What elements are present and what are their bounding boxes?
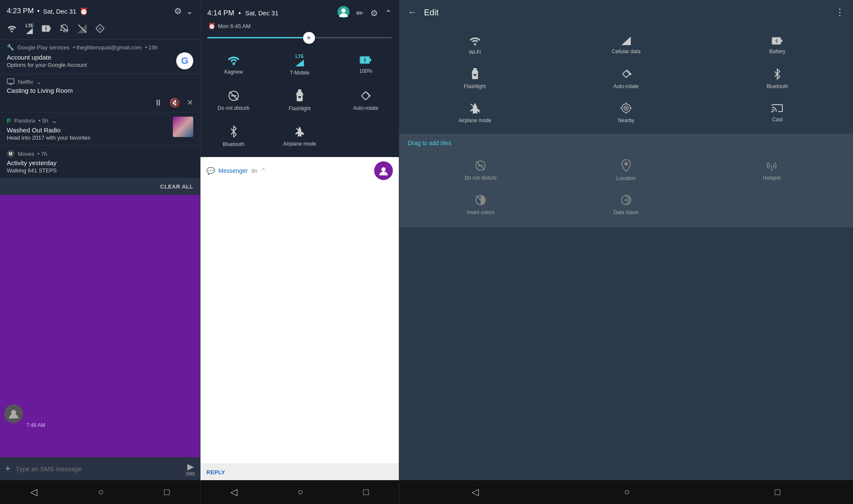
drag-label: Drag to add tiles: [408, 140, 844, 146]
panel1-nav-bar: ◁ ○ □: [0, 480, 200, 504]
p3-tile-airplane[interactable]: Airplane mode: [399, 94, 550, 129]
svg-rect-20: [369, 59, 371, 61]
drag-tile-datasaver[interactable]: Data Saver: [553, 186, 699, 220]
sms-send-button[interactable]: ▶ SMS: [186, 461, 195, 476]
recents-button[interactable]: □: [164, 487, 170, 498]
google-notif-title: Account update: [7, 54, 87, 61]
sms-input-field[interactable]: [16, 465, 180, 472]
panel3-edit-tiles: ← Edit ⋮ Wi-Fi Cellular data: [399, 0, 853, 504]
netflix-dropdown-icon[interactable]: ⌄: [37, 79, 41, 85]
chevron-down-icon[interactable]: ⌄: [186, 6, 193, 16]
panel2-quick-settings: 4:14 PM • Sat, Dec 31 ✏ ⚙ ⌃ ⏰ Mon 6:45: [200, 0, 399, 504]
p3-tile-cast[interactable]: Cast: [702, 94, 853, 129]
drag-tile-dnd[interactable]: Do not disturb: [408, 152, 553, 186]
pandora-icon: P: [7, 117, 11, 124]
p3-tile-battery[interactable]: Battery: [702, 28, 853, 60]
pandora-expand-icon[interactable]: ⌄: [52, 117, 57, 125]
sms-label: SMS: [186, 472, 195, 476]
qs-tile-cellular[interactable]: LTE T-Mobile: [266, 46, 332, 82]
panel3-title: Edit: [424, 8, 438, 17]
home-button[interactable]: ○: [98, 487, 103, 498]
collapse-icon[interactable]: ⌃: [385, 8, 392, 18]
messenger-notif-time: 8h: [251, 168, 257, 174]
messenger-expand-icon[interactable]: ⌃: [261, 167, 266, 174]
p3-tile-flashlight[interactable]: Flashlight: [399, 60, 550, 94]
user-avatar-icon[interactable]: [338, 6, 349, 20]
pandora-album-art: [173, 117, 193, 137]
edit-icon[interactable]: ✏: [356, 8, 364, 18]
wifi-icon: [7, 24, 17, 33]
home-button[interactable]: ○: [624, 487, 630, 498]
panel1-date: Sat, Dec 31: [43, 8, 76, 15]
recents-button[interactable]: □: [363, 487, 369, 498]
battery-qs-icon: [360, 55, 372, 65]
reply-button[interactable]: REPLY: [206, 469, 225, 475]
svg-point-54: [771, 111, 773, 112]
svg-marker-18: [295, 60, 304, 66]
pause-button[interactable]: ⏸: [154, 98, 163, 108]
qs-autorotate-label: Auto-rotate: [353, 105, 378, 111]
svg-marker-45: [630, 72, 632, 76]
p3-tile-nearby[interactable]: Nearby: [550, 94, 701, 129]
autorotate-qs-icon: [360, 90, 372, 102]
qs-battery-label: 100%: [359, 68, 372, 74]
back-button[interactable]: ◁: [472, 487, 479, 498]
pandora-notif-header: P Pandora • 5h ⌄: [7, 117, 173, 125]
close-notification-button[interactable]: ✕: [187, 98, 193, 107]
svg-rect-3: [49, 27, 51, 30]
lte-icon: LTE: [26, 23, 33, 34]
qs-dnd-label: Do not disturb: [218, 105, 249, 111]
svg-marker-41: [472, 70, 478, 73]
home-button[interactable]: ○: [298, 487, 303, 498]
datasaver-drag-icon: [620, 194, 632, 206]
dnd-qs-icon: [228, 90, 240, 102]
back-button[interactable]: ◁: [230, 487, 238, 498]
drag-tiles-grid: Do not disturb Location: [408, 148, 844, 224]
recents-button[interactable]: □: [775, 487, 780, 498]
panel1-header: 4:23 PM • Sat, Dec 31 ⏰ ⚙ ⌄: [0, 0, 200, 20]
location-drag-icon: [621, 159, 631, 172]
back-button[interactable]: ←: [408, 7, 417, 18]
more-options-button[interactable]: ⋮: [835, 7, 844, 18]
back-button[interactable]: ◁: [30, 487, 37, 498]
messenger-app-icon: 💬: [206, 167, 215, 175]
drag-tile-hotspot[interactable]: Hotspot: [699, 152, 844, 186]
drag-tile-location[interactable]: Location: [553, 152, 699, 186]
qs-tile-flashlight[interactable]: Flashlight: [266, 82, 332, 117]
qs-tile-autorotate[interactable]: Auto-rotate: [333, 82, 399, 117]
active-tiles-grid: Wi-Fi Cellular data Battery: [399, 25, 853, 134]
google-notif-header: 🔧 Google Play services • theglittersquid…: [7, 44, 193, 51]
clear-all-button[interactable]: CLEAR ALL: [160, 183, 193, 190]
brightness-thumb: ☀: [303, 32, 315, 44]
qs-tile-airplane[interactable]: Airplane mode: [266, 117, 332, 153]
svg-line-57: [476, 161, 485, 170]
messenger-app-name: Messenger: [218, 167, 248, 174]
svg-marker-35: [621, 37, 631, 45]
moves-icon: M: [7, 150, 14, 158]
qs-tile-battery[interactable]: 100%: [333, 46, 399, 82]
sun-icon: ☀: [306, 34, 312, 41]
svg-rect-40: [473, 68, 477, 70]
google-notif-body: Options for your Google Account: [7, 62, 87, 68]
qs-tile-bluetooth[interactable]: Bluetooth: [200, 117, 266, 153]
qs-tile-wifi[interactable]: Kagnew: [200, 46, 266, 82]
p3-tile-autorotate[interactable]: Auto-rotate: [550, 60, 701, 94]
p3-tile-bluetooth[interactable]: Bluetooth: [702, 60, 853, 94]
p3-tile-wifi[interactable]: Wi-Fi: [399, 28, 550, 60]
p3-tile-cellular[interactable]: Cellular data: [550, 28, 701, 60]
qs-tile-dnd[interactable]: Do not disturb: [200, 82, 266, 117]
qs-wifi-label: Kagnew: [224, 69, 243, 75]
settings-icon[interactable]: ⚙: [370, 8, 378, 18]
p3-cast-label: Cast: [772, 117, 783, 123]
sms-contact-avatar: [4, 404, 23, 423]
svg-point-49: [625, 107, 627, 109]
settings-icon[interactable]: ⚙: [174, 6, 182, 16]
panel2-alarm-row: ⏰ Mon 6:45 AM: [207, 23, 392, 29]
mute-button[interactable]: 🔇: [169, 97, 180, 108]
panel2-header: 4:14 PM • Sat, Dec 31 ✏ ⚙ ⌃ ⏰ Mon 6:45: [200, 0, 399, 33]
sms-add-button[interactable]: +: [5, 463, 11, 474]
drag-tile-invert[interactable]: Invert colors: [408, 186, 553, 220]
svg-point-34: [474, 43, 476, 46]
drag-datasaver-label: Data Saver: [613, 209, 639, 215]
brightness-slider[interactable]: ☀: [200, 33, 399, 43]
